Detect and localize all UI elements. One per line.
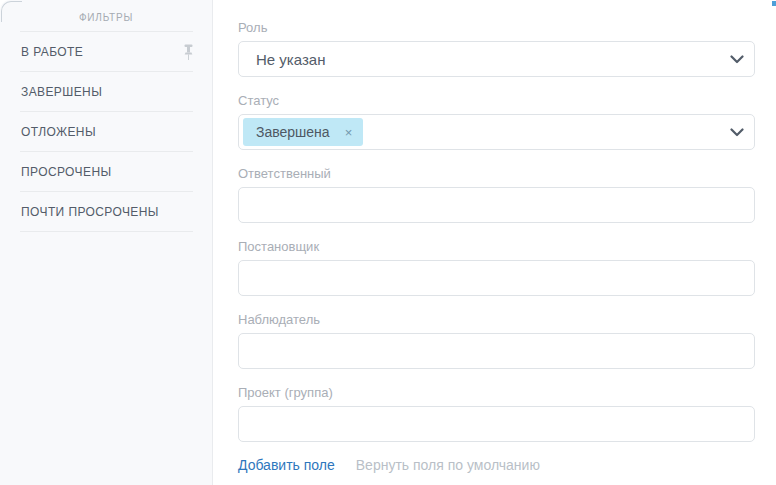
add-field-link[interactable]: Добавить поле — [238, 457, 335, 473]
role-select[interactable]: Не указан — [238, 41, 755, 77]
field-role: Роль Не указан — [238, 19, 755, 77]
observer-input[interactable] — [238, 333, 755, 369]
status-tag-label: Завершена — [256, 124, 330, 140]
role-select-value: Не указан — [256, 51, 325, 68]
field-label: Статус — [238, 92, 755, 109]
responsible-input[interactable] — [238, 187, 755, 223]
sidebar-item-completed[interactable]: ЗАВЕРШЕНЫ — [0, 72, 212, 112]
sidebar-item-label: ЗАВЕРШЕНЫ — [21, 85, 102, 99]
field-label: Проект (группа) — [238, 384, 755, 401]
cropped-icon — [772, 1, 776, 6]
reset-fields-link[interactable]: Вернуть поля по умолчанию — [356, 457, 540, 473]
sidebar-item-label: ПРОСРОЧЕНЫ — [21, 165, 111, 179]
sidebar-item-almost-overdue[interactable]: ПОЧТИ ПРОСРОЧЕНЫ — [0, 192, 212, 232]
sidebar-item-label: ОТЛОЖЕНЫ — [21, 125, 96, 139]
field-observer: Наблюдатель — [238, 311, 755, 369]
pin-icon[interactable] — [183, 44, 194, 61]
field-status: Статус Завершена × — [238, 92, 755, 150]
sidebar-item-label: ПОЧТИ ПРОСРОЧЕНЫ — [21, 205, 159, 219]
originator-input[interactable] — [238, 260, 755, 296]
status-tag: Завершена × — [243, 118, 363, 146]
chevron-down-icon — [730, 115, 744, 149]
sidebar-item-label: В РАБОТЕ — [21, 45, 83, 59]
fields-actions-row: Добавить поле Вернуть поля по умолчанию — [238, 457, 755, 473]
close-icon[interactable]: × — [345, 126, 353, 139]
chevron-down-icon — [730, 42, 744, 76]
filters-sidebar: ФИЛЬТРЫ В РАБОТЕ ЗАВЕРШЕНЫ ОТЛОЖЕНЫ ПРОС… — [0, 0, 213, 485]
sidebar-item-deferred[interactable]: ОТЛОЖЕНЫ — [0, 112, 212, 152]
filters-header-label: ФИЛЬТРЫ — [79, 9, 133, 23]
sidebar-item-overdue[interactable]: ПРОСРОЧЕНЫ — [0, 152, 212, 192]
field-label: Роль — [238, 19, 755, 36]
status-select[interactable]: Завершена × — [238, 114, 755, 150]
filters-header: ФИЛЬТРЫ — [0, 0, 212, 32]
project-group-input[interactable] — [238, 406, 755, 442]
field-project-group: Проект (группа) — [238, 384, 755, 442]
field-label: Ответственный — [238, 165, 755, 182]
filter-fields-panel: Роль Не указан Статус Завершена × — [214, 0, 776, 485]
sidebar-item-in-progress[interactable]: В РАБОТЕ — [0, 32, 212, 72]
field-responsible: Ответственный — [238, 165, 755, 223]
field-originator: Постановщик — [238, 238, 755, 296]
field-label: Наблюдатель — [238, 311, 755, 328]
field-label: Постановщик — [238, 238, 755, 255]
